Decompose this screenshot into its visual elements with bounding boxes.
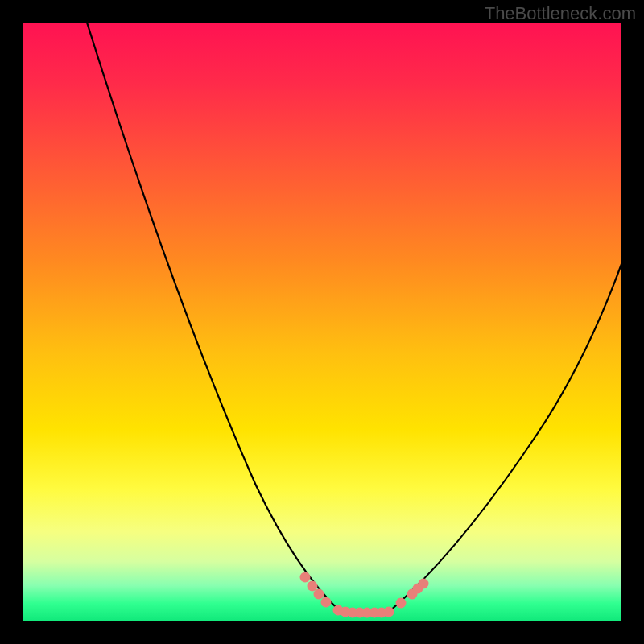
bead [419, 579, 429, 589]
bead [314, 589, 324, 600]
bead-cluster [300, 572, 429, 618]
watermark-text: TheBottleneck.com [485, 3, 636, 24]
right-arm [389, 264, 621, 612]
bead [384, 607, 394, 617]
bottleneck-curve [23, 23, 621, 621]
chart-frame: TheBottleneck.com [0, 0, 644, 644]
bead [300, 572, 311, 583]
left-arm [87, 23, 341, 612]
plot-area [23, 23, 621, 621]
bead [321, 597, 332, 608]
bead [396, 598, 407, 609]
